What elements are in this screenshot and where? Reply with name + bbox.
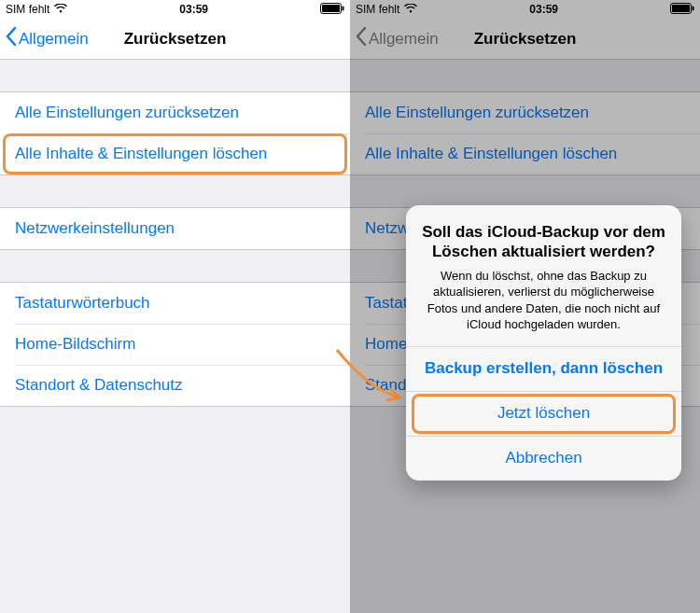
nav-bar: Allgemein Zurücksetzen xyxy=(0,19,350,60)
svg-rect-5 xyxy=(693,6,694,10)
reset-all-settings-row[interactable]: Alle Einstellungen zurücksetzen xyxy=(0,92,350,133)
icloud-backup-modal: Soll das iCloud-Backup vor dem Löschen a… xyxy=(406,205,681,481)
button-label: Abbrechen xyxy=(505,449,581,467)
back-button[interactable]: Allgemein xyxy=(0,27,89,50)
reset-all-settings-row[interactable]: Alle Einstellungen zurücksetzen xyxy=(350,92,700,133)
row-label: Alle Einstellungen zurücksetzen xyxy=(365,104,589,122)
modal-message: Wenn du löschst, ohne das Backup zu aktu… xyxy=(419,268,668,333)
status-bar: SIM fehlt 03:59 xyxy=(0,0,350,19)
modal-header: Soll das iCloud-Backup vor dem Löschen a… xyxy=(406,205,681,346)
backup-then-erase-button[interactable]: Backup erstellen, dann löschen xyxy=(406,346,681,391)
clock-text: 03:59 xyxy=(529,3,558,16)
row-label: Alle Inhalte & Einstellungen löschen xyxy=(365,145,617,163)
settings-group-3: Tastaturwörterbuch Home-Bildschirm Stand… xyxy=(0,282,350,407)
cancel-button[interactable]: Abbrechen xyxy=(406,436,681,481)
row-label: Home-Bildschirm xyxy=(15,335,135,354)
keyboard-dictionary-row[interactable]: Tastaturwörterbuch xyxy=(0,283,350,324)
carrier-text: SIM fehlt xyxy=(6,3,49,16)
chevron-left-icon xyxy=(6,27,17,50)
settings-group-1: Alle Einstellungen zurücksetzen Alle Inh… xyxy=(0,91,350,175)
wifi-icon xyxy=(54,3,67,16)
settings-group-2: Netzwerkeinstellungen xyxy=(0,207,350,250)
location-privacy-row[interactable]: Standort & Datenschutz xyxy=(0,365,350,406)
svg-rect-4 xyxy=(672,5,690,12)
erase-now-button[interactable]: Jetzt löschen xyxy=(406,391,681,436)
wifi-icon xyxy=(404,3,417,16)
modal-title: Soll das iCloud-Backup vor dem Löschen a… xyxy=(419,222,668,262)
row-label: Standort & Datenschutz xyxy=(15,376,183,395)
row-label: Tastaturwörterbuch xyxy=(15,294,150,313)
carrier-text: SIM fehlt xyxy=(356,3,399,16)
network-settings-row[interactable]: Netzwerkeinstellungen xyxy=(0,208,350,249)
button-label: Jetzt löschen xyxy=(497,404,590,423)
svg-rect-1 xyxy=(322,5,340,12)
back-button[interactable]: Allgemein xyxy=(350,27,439,50)
row-label: Alle Inhalte & Einstellungen löschen xyxy=(15,145,267,163)
settings-group-1: Alle Einstellungen zurücksetzen Alle Inh… xyxy=(350,91,700,175)
erase-all-content-row[interactable]: Alle Inhalte & Einstellungen löschen xyxy=(0,133,350,174)
status-bar: SIM fehlt 03:59 xyxy=(350,0,700,19)
battery-icon xyxy=(320,3,344,17)
row-label: Netzwerkeinstellungen xyxy=(15,219,175,238)
page-title: Zurücksetzen xyxy=(124,30,227,49)
screen-right: SIM fehlt 03:59 Allgemein Zurücksetzen A… xyxy=(350,0,700,613)
row-label: Alle Einstellungen zurücksetzen xyxy=(15,104,239,122)
button-label: Backup erstellen, dann löschen xyxy=(425,359,663,378)
screen-left: SIM fehlt 03:59 Allgemein Zurücksetzen A… xyxy=(0,0,350,613)
erase-all-content-row[interactable]: Alle Inhalte & Einstellungen löschen xyxy=(350,133,700,174)
back-label: Allgemein xyxy=(19,30,89,49)
home-screen-row[interactable]: Home-Bildschirm xyxy=(0,324,350,365)
clock-text: 03:59 xyxy=(179,3,208,16)
back-label: Allgemein xyxy=(369,30,439,49)
battery-icon xyxy=(670,3,694,17)
page-title: Zurücksetzen xyxy=(474,30,577,49)
svg-rect-2 xyxy=(343,6,344,10)
chevron-left-icon xyxy=(356,27,367,50)
nav-bar: Allgemein Zurücksetzen xyxy=(350,19,700,60)
